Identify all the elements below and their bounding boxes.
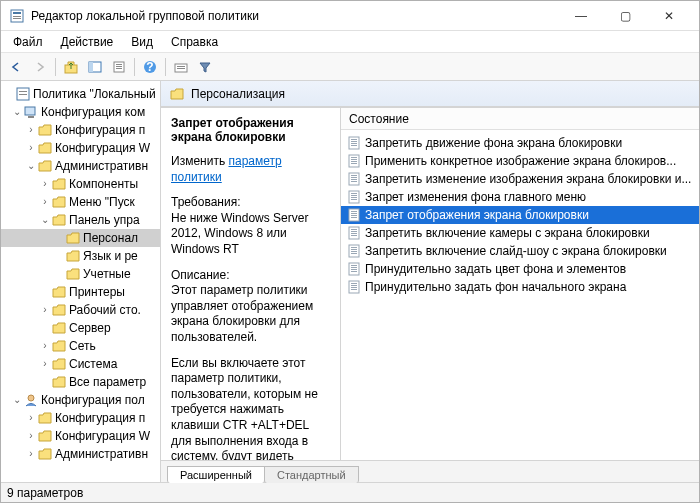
expand-icon[interactable]: › <box>39 197 51 207</box>
svg-rect-46 <box>351 217 357 218</box>
tree-label: Рабочий сто. <box>69 303 141 317</box>
list-row[interactable]: Запретить изменение изображения экрана б… <box>341 170 699 188</box>
menu-view[interactable]: Вид <box>123 33 161 51</box>
up-button[interactable] <box>60 56 82 78</box>
expand-icon[interactable]: › <box>39 359 51 369</box>
forward-button[interactable] <box>29 56 51 78</box>
tree-item[interactable]: ›Конфигурация п <box>1 121 160 139</box>
svg-rect-1 <box>13 12 21 14</box>
collapse-icon[interactable]: ⌄ <box>11 395 23 405</box>
tree-label: Конфигурация W <box>55 429 150 443</box>
edit-label: Изменить <box>171 154 225 168</box>
back-button[interactable] <box>5 56 27 78</box>
svg-rect-53 <box>351 247 357 248</box>
setting-icon <box>347 136 361 150</box>
expand-icon[interactable]: › <box>25 143 37 153</box>
tree-user-config[interactable]: ⌄Конфигурация пол <box>1 391 160 409</box>
tree-item[interactable]: Все параметр <box>1 373 160 391</box>
expand-icon[interactable]: › <box>25 431 37 441</box>
list-header[interactable]: Состояние <box>341 108 699 130</box>
maximize-button[interactable]: ▢ <box>603 2 647 30</box>
setting-icon <box>347 226 361 240</box>
tree-item[interactable]: ›Рабочий сто. <box>1 301 160 319</box>
menu-help[interactable]: Справка <box>163 33 226 51</box>
tab-extended[interactable]: Расширенный <box>167 466 265 483</box>
tree-item-personalization[interactable]: Персонал <box>1 229 160 247</box>
expand-icon[interactable]: › <box>39 305 51 315</box>
tree-item[interactable]: ›Меню "Пуск <box>1 193 160 211</box>
minimize-button[interactable]: — <box>559 2 603 30</box>
tree-item[interactable]: ›Конфигурация W <box>1 139 160 157</box>
tree-label: Конфигурация п <box>55 123 145 137</box>
setting-icon <box>347 280 361 294</box>
tree-item[interactable]: Принтеры <box>1 283 160 301</box>
list-row[interactable]: Запретить движение фона экрана блокировк… <box>341 134 699 152</box>
svg-rect-65 <box>351 287 357 288</box>
svg-rect-56 <box>351 253 357 254</box>
svg-rect-63 <box>351 283 357 284</box>
list-row[interactable]: Запретить включение камеры с экрана блок… <box>341 224 699 242</box>
expand-icon[interactable]: › <box>25 449 37 459</box>
tree-item[interactable]: Сервер <box>1 319 160 337</box>
export-button[interactable] <box>108 56 130 78</box>
svg-rect-41 <box>351 199 357 200</box>
collapse-icon[interactable]: ⌄ <box>11 107 23 117</box>
tree-item[interactable]: ›Сеть <box>1 337 160 355</box>
svg-rect-19 <box>25 107 35 115</box>
tree-item[interactable]: ⌄Панель упра <box>1 211 160 229</box>
menu-file[interactable]: Файл <box>5 33 51 51</box>
tree-item[interactable]: Учетные <box>1 265 160 283</box>
tree-item[interactable]: ›Административн <box>1 445 160 463</box>
list-row[interactable]: Принудительно задать фон начального экра… <box>341 278 699 296</box>
expand-icon[interactable]: › <box>25 413 37 423</box>
svg-rect-66 <box>351 289 357 290</box>
tree-item[interactable]: ›Конфигурация W <box>1 427 160 445</box>
tree-computer-config[interactable]: ⌄ Конфигурация ком <box>1 103 160 121</box>
svg-rect-55 <box>351 251 357 252</box>
tree-item[interactable]: ⌄Административн <box>1 157 160 175</box>
svg-rect-6 <box>89 62 93 72</box>
setting-icon <box>347 190 361 204</box>
list-row[interactable]: Запрет изменения фона главного меню <box>341 188 699 206</box>
menu-action[interactable]: Действие <box>53 33 122 51</box>
svg-rect-43 <box>351 211 357 212</box>
help-button[interactable]: ? <box>139 56 161 78</box>
tree-label: Система <box>69 357 117 371</box>
tree-label: Принтеры <box>69 285 125 299</box>
list-row[interactable]: Применить конкретное изображение экрана … <box>341 152 699 170</box>
tab-standard[interactable]: Стандартный <box>264 466 359 483</box>
tree-pane[interactable]: Политика "Локальный ⌄ Конфигурация ком ›… <box>1 81 161 482</box>
description-text: Этот параметр политики управляет отображ… <box>171 283 313 344</box>
collapse-icon[interactable]: ⌄ <box>25 161 37 171</box>
close-button[interactable]: ✕ <box>647 2 691 30</box>
tree-label: Конфигурация пол <box>41 393 145 407</box>
filter-button[interactable] <box>194 56 216 78</box>
list-row[interactable]: Запрет отображения экрана блокировки <box>341 206 699 224</box>
tabs: Расширенный Стандартный <box>161 460 699 482</box>
settings-list[interactable]: Запретить движение фона экрана блокировк… <box>341 130 699 460</box>
list-row-label: Принудительно задать фон начального экра… <box>365 280 626 294</box>
collapse-icon[interactable]: ⌄ <box>39 215 51 225</box>
expand-icon[interactable]: › <box>39 341 51 351</box>
svg-rect-10 <box>116 68 122 69</box>
list-row[interactable]: Запретить включение слайд-шоу с экрана б… <box>341 242 699 260</box>
tree-item[interactable]: Язык и ре <box>1 247 160 265</box>
tree-item[interactable]: ›Компоненты <box>1 175 160 193</box>
tree-item[interactable]: ›Конфигурация п <box>1 409 160 427</box>
tree-root[interactable]: Политика "Локальный <box>1 85 160 103</box>
list-row[interactable]: Принудительно задать цвет фона и элемент… <box>341 260 699 278</box>
tree-label: Сеть <box>69 339 96 353</box>
svg-rect-3 <box>13 18 21 19</box>
right-pane: Персонализация Запрет отображения экрана… <box>161 81 699 482</box>
filter-options-button[interactable] <box>170 56 192 78</box>
tree-label: Конфигурация W <box>55 141 150 155</box>
tree-label: Меню "Пуск <box>69 195 135 209</box>
list-pane: Состояние Запретить движение фона экрана… <box>341 108 699 460</box>
svg-rect-8 <box>116 64 122 65</box>
expand-icon[interactable]: › <box>25 125 37 135</box>
content-header: Персонализация <box>161 81 699 107</box>
show-hide-tree-button[interactable] <box>84 56 106 78</box>
expand-icon[interactable]: › <box>39 179 51 189</box>
tree-label: Административн <box>55 159 148 173</box>
tree-item[interactable]: ›Система <box>1 355 160 373</box>
